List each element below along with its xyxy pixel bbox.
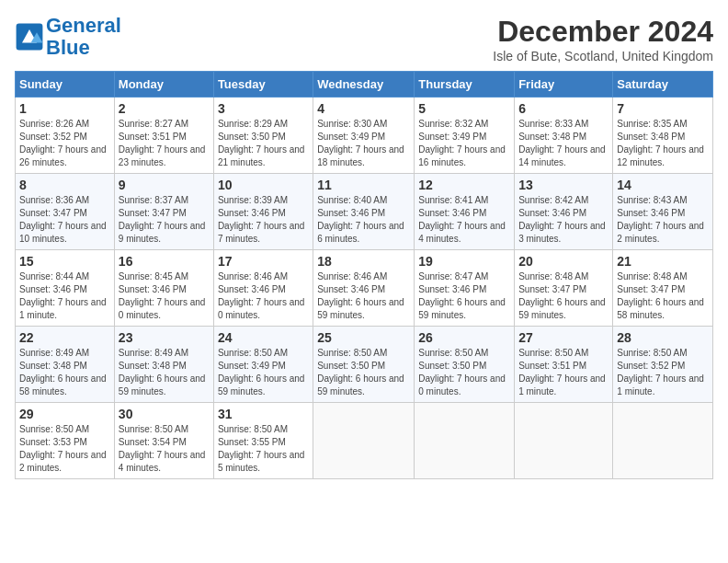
day-number: 11 [317,178,410,192]
calendar-cell: 16 Sunrise: 8:45 AMSunset: 3:46 PMDaylig… [114,250,213,327]
calendar-cell: 4 Sunrise: 8:30 AMSunset: 3:49 PMDayligh… [313,98,415,174]
calendar-cell: 8 Sunrise: 8:36 AMSunset: 3:47 PMDayligh… [16,174,115,250]
calendar-cell [613,403,713,479]
day-number: 6 [518,101,609,116]
calendar-cell: 26 Sunrise: 8:50 AMSunset: 3:50 PMDaylig… [415,327,515,403]
location-subtitle: Isle of Bute, Scotland, United Kingdom [493,49,713,63]
day-detail: Sunrise: 8:50 AMSunset: 3:53 PMDaylight:… [19,424,107,473]
day-number: 29 [19,407,110,421]
calendar-table: SundayMondayTuesdayWednesdayThursdayFrid… [15,71,713,479]
day-number: 3 [218,101,309,116]
day-detail: Sunrise: 8:50 AMSunset: 3:51 PMDaylight:… [518,348,606,396]
calendar-cell: 19 Sunrise: 8:47 AMSunset: 3:46 PMDaylig… [415,250,515,327]
calendar-cell: 23 Sunrise: 8:49 AMSunset: 3:48 PMDaylig… [114,327,213,403]
day-number: 25 [317,330,410,345]
calendar-cell: 3 Sunrise: 8:29 AMSunset: 3:50 PMDayligh… [213,98,313,174]
day-detail: Sunrise: 8:26 AMSunset: 3:52 PMDaylight:… [19,119,107,167]
day-number: 9 [119,178,210,192]
calendar-cell: 27 Sunrise: 8:50 AMSunset: 3:51 PMDaylig… [515,327,613,403]
weekday-header-tuesday: Tuesday [213,72,313,98]
day-number: 7 [617,101,709,116]
day-detail: Sunrise: 8:47 AMSunset: 3:46 PMDaylight:… [418,271,506,320]
calendar-cell [515,403,613,479]
calendar-cell: 29 Sunrise: 8:50 AMSunset: 3:53 PMDaylig… [16,403,115,479]
day-detail: Sunrise: 8:50 AMSunset: 3:50 PMDaylight:… [317,348,404,396]
weekday-header-wednesday: Wednesday [313,72,415,98]
day-number: 22 [19,330,110,345]
day-number: 4 [317,101,410,116]
calendar-cell: 1 Sunrise: 8:26 AMSunset: 3:52 PMDayligh… [16,98,115,174]
day-number: 20 [518,254,609,269]
calendar-cell: 18 Sunrise: 8:46 AMSunset: 3:46 PMDaylig… [313,250,415,327]
weekday-header-sunday: Sunday [16,72,115,98]
calendar-cell: 12 Sunrise: 8:41 AMSunset: 3:46 PMDaylig… [415,174,515,250]
day-detail: Sunrise: 8:44 AMSunset: 3:46 PMDaylight:… [19,271,107,320]
calendar-week-1: 1 Sunrise: 8:26 AMSunset: 3:52 PMDayligh… [16,98,713,174]
calendar-cell [313,403,415,479]
day-detail: Sunrise: 8:41 AMSunset: 3:46 PMDaylight:… [418,195,506,244]
calendar-body: 1 Sunrise: 8:26 AMSunset: 3:52 PMDayligh… [16,98,713,479]
day-detail: Sunrise: 8:30 AMSunset: 3:49 PMDaylight:… [317,119,404,167]
day-number: 17 [218,254,309,269]
day-number: 26 [418,330,510,345]
weekday-header-thursday: Thursday [415,72,515,98]
calendar-cell: 25 Sunrise: 8:50 AMSunset: 3:50 PMDaylig… [313,327,415,403]
day-number: 1 [19,101,110,116]
day-detail: Sunrise: 8:46 AMSunset: 3:46 PMDaylight:… [218,271,305,320]
day-detail: Sunrise: 8:46 AMSunset: 3:46 PMDaylight:… [317,271,404,320]
day-detail: Sunrise: 8:33 AMSunset: 3:48 PMDaylight:… [518,119,606,167]
day-detail: Sunrise: 8:32 AMSunset: 3:49 PMDaylight:… [418,119,506,167]
day-detail: Sunrise: 8:50 AMSunset: 3:50 PMDaylight:… [418,348,506,396]
calendar-cell: 6 Sunrise: 8:33 AMSunset: 3:48 PMDayligh… [515,98,613,174]
month-title: December 2024 [493,15,713,49]
calendar-cell [415,403,515,479]
day-number: 15 [19,254,110,269]
calendar-cell: 15 Sunrise: 8:44 AMSunset: 3:46 PMDaylig… [16,250,115,327]
day-detail: Sunrise: 8:42 AMSunset: 3:46 PMDaylight:… [518,195,606,244]
day-detail: Sunrise: 8:40 AMSunset: 3:46 PMDaylight:… [317,195,404,244]
calendar-cell: 14 Sunrise: 8:43 AMSunset: 3:46 PMDaylig… [613,174,713,250]
calendar-week-3: 15 Sunrise: 8:44 AMSunset: 3:46 PMDaylig… [16,250,713,327]
weekday-header-row: SundayMondayTuesdayWednesdayThursdayFrid… [16,72,713,98]
calendar-cell: 21 Sunrise: 8:48 AMSunset: 3:47 PMDaylig… [613,250,713,327]
day-number: 23 [119,330,210,345]
day-detail: Sunrise: 8:43 AMSunset: 3:46 PMDaylight:… [617,195,704,244]
day-detail: Sunrise: 8:39 AMSunset: 3:46 PMDaylight:… [218,195,305,244]
day-detail: Sunrise: 8:48 AMSunset: 3:47 PMDaylight:… [617,271,704,320]
day-number: 13 [518,178,609,192]
page-header: General Blue December 2024 Isle of Bute,… [15,15,713,63]
day-detail: Sunrise: 8:50 AMSunset: 3:49 PMDaylight:… [218,348,305,396]
day-detail: Sunrise: 8:35 AMSunset: 3:48 PMDaylight:… [617,119,704,167]
calendar-cell: 5 Sunrise: 8:32 AMSunset: 3:49 PMDayligh… [415,98,515,174]
logo: General Blue [15,15,121,59]
title-block: December 2024 Isle of Bute, Scotland, Un… [493,15,713,63]
logo-icon [15,22,44,52]
calendar-cell: 2 Sunrise: 8:27 AMSunset: 3:51 PMDayligh… [114,98,213,174]
calendar-cell: 22 Sunrise: 8:49 AMSunset: 3:48 PMDaylig… [16,327,115,403]
calendar-cell: 20 Sunrise: 8:48 AMSunset: 3:47 PMDaylig… [515,250,613,327]
day-number: 5 [418,101,510,116]
calendar-cell: 28 Sunrise: 8:50 AMSunset: 3:52 PMDaylig… [613,327,713,403]
day-number: 24 [218,330,309,345]
logo-blue: Blue [46,36,90,59]
day-number: 19 [418,254,510,269]
day-number: 16 [119,254,210,269]
day-detail: Sunrise: 8:45 AMSunset: 3:46 PMDaylight:… [119,271,206,320]
day-detail: Sunrise: 8:50 AMSunset: 3:54 PMDaylight:… [119,424,206,473]
day-detail: Sunrise: 8:36 AMSunset: 3:47 PMDaylight:… [19,195,107,244]
weekday-header-saturday: Saturday [613,72,713,98]
logo-general: General [46,14,121,37]
day-detail: Sunrise: 8:29 AMSunset: 3:50 PMDaylight:… [218,119,305,167]
weekday-header-monday: Monday [114,72,213,98]
day-number: 8 [19,178,110,192]
day-number: 12 [418,178,510,192]
calendar-cell: 24 Sunrise: 8:50 AMSunset: 3:49 PMDaylig… [213,327,313,403]
calendar-week-5: 29 Sunrise: 8:50 AMSunset: 3:53 PMDaylig… [16,403,713,479]
day-number: 21 [617,254,709,269]
calendar-cell: 30 Sunrise: 8:50 AMSunset: 3:54 PMDaylig… [114,403,213,479]
calendar-cell: 31 Sunrise: 8:50 AMSunset: 3:55 PMDaylig… [213,403,313,479]
day-number: 31 [218,407,309,421]
day-number: 30 [119,407,210,421]
calendar-week-2: 8 Sunrise: 8:36 AMSunset: 3:47 PMDayligh… [16,174,713,250]
day-number: 28 [617,330,709,345]
